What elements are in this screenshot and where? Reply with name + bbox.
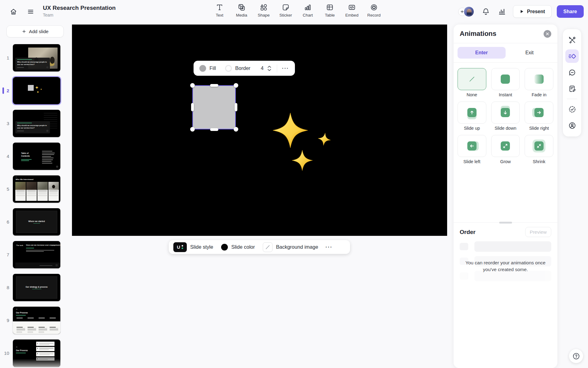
- document-title[interactable]: UX Research Presentation: [43, 5, 116, 11]
- tool-embed[interactable]: Embed: [344, 3, 360, 17]
- slide-thumbnail-5[interactable]: Who We Interviewed: [13, 175, 60, 203]
- presentation-editor: UX Research Presentation Team Text Media…: [0, 0, 588, 368]
- slide-thumbnail-7[interactable]: The task How can we increase user engage…: [13, 241, 60, 268]
- slide-more-options-button[interactable]: ···: [326, 244, 333, 250]
- slide-row-9[interactable]: 9 Our Process: [0, 307, 72, 334]
- animations-button[interactable]: [565, 49, 579, 63]
- shape-icon: [260, 3, 268, 11]
- close-panel-button[interactable]: [544, 30, 551, 38]
- slide-color-swatch[interactable]: [221, 244, 228, 251]
- border-width-value[interactable]: 4: [261, 65, 264, 71]
- resize-handle-ne[interactable]: [234, 83, 238, 88]
- person-circle-icon: [568, 121, 576, 130]
- slide-thumbnail-2[interactable]: ✦ ✦ ✦: [13, 77, 60, 104]
- preview-button[interactable]: Preview: [525, 227, 551, 237]
- slide-row-10[interactable]: 10 Our Process 1. 2. 3. 4.: [0, 339, 72, 367]
- slide-canvas[interactable]: [72, 25, 447, 236]
- none-icon: [468, 75, 476, 83]
- selected-square-shape[interactable]: [192, 85, 236, 129]
- order-section: Order Preview You can reorder your anima…: [454, 222, 557, 281]
- tool-text[interactable]: Text: [212, 3, 227, 17]
- resize-handle-sw[interactable]: [190, 127, 195, 132]
- resize-handle-s[interactable]: [210, 128, 218, 131]
- slide-row-3[interactable]: 3 Why should we encourage people to use …: [0, 110, 72, 137]
- animation-options-grid: None Instant Fade in Slide up: [454, 63, 557, 164]
- order-placeholder-row: [460, 241, 551, 252]
- notifications-button[interactable]: [481, 6, 492, 17]
- sparkle-sticker-large[interactable]: [273, 113, 308, 148]
- slide-row-2[interactable]: 2 ✦ ✦ ✦: [0, 77, 72, 104]
- grow-icon: [501, 141, 510, 151]
- slide-thumbnail-8[interactable]: Our strategy & process: [13, 274, 60, 301]
- thumb-square-shape: [28, 85, 34, 91]
- animation-option-slide-up[interactable]: Slide up: [458, 102, 486, 131]
- slide-thumbnail-4[interactable]: Table of Contents: [13, 143, 60, 170]
- more-options-button[interactable]: ···: [282, 65, 289, 71]
- animation-option-slide-left[interactable]: Slide left: [458, 135, 486, 164]
- animation-option-grow[interactable]: Grow: [491, 135, 520, 164]
- present-button[interactable]: Present: [513, 5, 552, 18]
- resize-handle-w[interactable]: [191, 103, 194, 111]
- home-button[interactable]: [8, 6, 19, 17]
- border-width-stepper[interactable]: [267, 66, 271, 71]
- user-avatar[interactable]: [464, 6, 474, 17]
- add-slide-button[interactable]: Add slide: [6, 25, 64, 37]
- slide-thumbnail-3[interactable]: Why should we encourage people to use ou…: [13, 110, 60, 137]
- resize-handle-nw[interactable]: [190, 83, 195, 88]
- slide-thumbnail-1[interactable]: Why should we encourage people to use ou…: [13, 44, 60, 71]
- animation-option-fade-in[interactable]: Fade in: [525, 68, 553, 97]
- background-image-swatch[interactable]: [263, 242, 273, 252]
- top-right-actions: Present Share: [458, 5, 584, 18]
- tool-shape[interactable]: Shape: [256, 3, 271, 17]
- checklist-button[interactable]: [565, 102, 579, 116]
- tab-exit[interactable]: Exit: [506, 47, 554, 59]
- chevron-up-icon: [267, 66, 271, 68]
- menu-button[interactable]: [25, 6, 36, 17]
- table-icon: [326, 3, 334, 11]
- slide-style-label[interactable]: Slide style: [190, 244, 213, 250]
- slide-style-badge[interactable]: U: [173, 242, 187, 252]
- resize-handle-n[interactable]: [210, 84, 218, 87]
- resize-handle-e[interactable]: [235, 103, 237, 111]
- slide-thumbnail-9[interactable]: Our Process: [13, 307, 60, 334]
- background-image-label[interactable]: Background image: [276, 244, 318, 250]
- slide-row-4[interactable]: 4 Table of Contents: [0, 143, 72, 170]
- sparkle-sticker-medium[interactable]: [292, 149, 313, 171]
- analytics-button[interactable]: [497, 6, 508, 17]
- tab-enter[interactable]: Enter: [458, 47, 506, 59]
- tool-sticker[interactable]: Sticker: [278, 3, 293, 17]
- border-color-swatch[interactable]: [225, 65, 232, 72]
- slide-row-1[interactable]: 1 Why should we encourage people to use …: [0, 44, 72, 71]
- slide-row-6[interactable]: 6 Where we started: [0, 208, 72, 236]
- slide-thumbnail-10[interactable]: Our Process 1. 2. 3. 4.: [13, 339, 60, 367]
- tool-chart[interactable]: Chart: [300, 3, 315, 17]
- animation-option-slide-right[interactable]: Slide right: [525, 102, 553, 131]
- tool-table[interactable]: Table: [322, 3, 337, 17]
- notes-button[interactable]: [565, 82, 579, 95]
- record-icon: [370, 3, 378, 11]
- tool-media[interactable]: Media: [234, 3, 249, 17]
- slide-row-7[interactable]: 7 The task How can we increase user enga…: [0, 241, 72, 268]
- slide-row-5[interactable]: 5 Who We Interviewed: [0, 175, 72, 203]
- slide-color-label[interactable]: Slide color: [231, 244, 255, 250]
- animation-option-shrink[interactable]: Shrink: [525, 135, 553, 164]
- sparkle-sticker-small[interactable]: [317, 132, 331, 146]
- help-button[interactable]: [569, 349, 583, 363]
- fill-color-swatch[interactable]: [199, 65, 206, 72]
- animation-option-instant[interactable]: Instant: [491, 68, 520, 97]
- chart-icon: [304, 3, 312, 11]
- help-icon: [572, 352, 580, 360]
- comments-button[interactable]: [565, 66, 579, 79]
- profile-button[interactable]: [565, 119, 579, 132]
- slide-thumbnail-6[interactable]: Where we started: [13, 208, 60, 236]
- panel-resize-handle[interactable]: [499, 222, 512, 224]
- tool-record[interactable]: Record: [366, 3, 382, 17]
- resize-handle-se[interactable]: [234, 127, 238, 132]
- animation-option-slide-down[interactable]: Slide down: [491, 102, 520, 131]
- share-button[interactable]: Share: [557, 5, 584, 18]
- design-button[interactable]: [565, 33, 579, 47]
- slide-row-8[interactable]: 8 Our strategy & process: [0, 274, 72, 301]
- fill-label[interactable]: Fill: [209, 65, 216, 71]
- border-label[interactable]: Border: [235, 65, 251, 71]
- animation-option-none[interactable]: None: [458, 68, 486, 97]
